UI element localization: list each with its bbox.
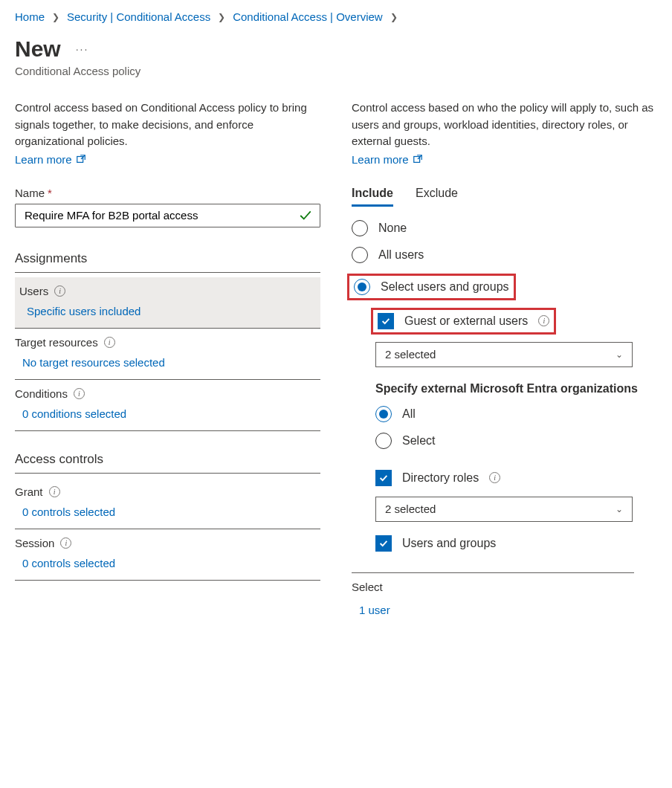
specify-orgs-heading: Specify external Microsoft Entra organiz…: [375, 381, 657, 397]
info-icon[interactable]: i: [60, 537, 71, 549]
checkbox-icon-checked: [375, 535, 392, 552]
page-header: New ···: [15, 36, 657, 62]
target-link[interactable]: No target resources selected: [15, 356, 165, 369]
learn-more-label: Learn more: [15, 153, 72, 166]
radio-all-users[interactable]: All users: [352, 247, 657, 263]
info-icon[interactable]: i: [49, 486, 60, 497]
select-users-link[interactable]: 1 user: [352, 604, 390, 616]
info-icon[interactable]: i: [104, 337, 115, 348]
checkbox-guest-external[interactable]: Guest or external users i: [378, 313, 549, 329]
grant-label: Grant: [15, 485, 43, 498]
grant-item[interactable]: Grant i 0 controls selected: [15, 478, 320, 529]
info-icon[interactable]: i: [54, 285, 65, 297]
checkmark-valid-icon: [299, 209, 312, 222]
access-controls-heading: Access controls: [15, 452, 320, 474]
required-asterisk-icon: *: [48, 187, 52, 199]
conditions-label: Conditions: [15, 387, 68, 400]
radio-select-users-groups[interactable]: Select users and groups: [354, 279, 509, 295]
radio-icon: [352, 247, 368, 263]
target-label: Target resources: [15, 336, 98, 349]
right-intro-text: Control access based on who the policy w…: [352, 100, 657, 150]
guest-external-label: Guest or external users: [404, 314, 528, 328]
dropdown-value: 2 selected: [385, 348, 436, 361]
directory-roles-label: Directory roles: [402, 471, 479, 485]
radio-orgs-select[interactable]: Select: [375, 433, 657, 449]
radio-select-label: Select users and groups: [381, 280, 509, 294]
name-label-text: Name: [15, 187, 45, 199]
highlight-guest-external: Guest or external users i: [371, 308, 556, 335]
radio-orgs-select-label: Select: [402, 434, 435, 448]
select-section: Select 1 user: [352, 572, 634, 622]
breadcrumb-security[interactable]: Security | Conditional Access: [67, 10, 210, 23]
more-actions-button[interactable]: ···: [76, 43, 89, 55]
checkbox-icon-checked: [378, 313, 394, 329]
info-icon[interactable]: i: [489, 472, 500, 483]
name-input[interactable]: [23, 208, 294, 222]
grant-link[interactable]: 0 controls selected: [15, 506, 115, 518]
assignments-heading: Assignments: [15, 251, 320, 273]
assignments-conditions-item[interactable]: Conditions i 0 conditions selected: [15, 380, 320, 431]
chevron-right-icon: ❯: [218, 12, 225, 22]
checkbox-users-and-groups[interactable]: Users and groups: [375, 535, 657, 552]
radio-orgs-all[interactable]: All: [375, 406, 657, 422]
radio-icon: [375, 433, 392, 449]
radio-orgs-all-label: All: [402, 407, 416, 421]
name-input-wrapper: [15, 204, 320, 227]
assignments-users-item[interactable]: Users i Specific users included: [15, 277, 320, 329]
svg-rect-1: [413, 157, 419, 163]
breadcrumb-overview[interactable]: Conditional Access | Overview: [233, 10, 382, 23]
conditions-link[interactable]: 0 conditions selected: [15, 407, 126, 420]
highlight-select-users: Select users and groups: [347, 274, 516, 300]
breadcrumb: Home ❯ Security | Conditional Access ❯ C…: [15, 10, 657, 23]
radio-all-label: All users: [378, 248, 424, 262]
checkbox-icon-checked: [375, 470, 392, 486]
chevron-down-icon: ⌄: [616, 349, 623, 360]
name-field-label: Name *: [15, 187, 320, 199]
external-link-icon: [76, 154, 86, 164]
info-icon[interactable]: i: [74, 388, 85, 399]
chevron-down-icon: ⌄: [616, 504, 623, 514]
info-icon[interactable]: i: [538, 315, 549, 326]
radio-icon: [352, 220, 368, 236]
tab-exclude[interactable]: Exclude: [416, 187, 458, 207]
svg-rect-0: [77, 157, 83, 163]
users-label: Users: [19, 285, 48, 297]
radio-icon-checked: [354, 279, 370, 295]
checkbox-directory-roles[interactable]: Directory roles i: [375, 470, 657, 486]
learn-more-label: Learn more: [352, 153, 409, 166]
directory-roles-dropdown[interactable]: 2 selected ⌄: [375, 497, 633, 522]
guest-types-dropdown[interactable]: 2 selected ⌄: [375, 342, 633, 367]
radio-none-label: None: [378, 222, 407, 235]
include-exclude-tabs: Include Exclude: [352, 187, 657, 207]
dropdown-value: 2 selected: [385, 503, 436, 515]
users-link[interactable]: Specific users included: [19, 305, 140, 317]
external-link-icon: [413, 154, 423, 164]
page-subtitle: Conditional Access policy: [15, 65, 657, 77]
session-label: Session: [15, 537, 54, 549]
tab-include[interactable]: Include: [352, 187, 393, 207]
chevron-right-icon: ❯: [390, 12, 398, 22]
page-title: New: [15, 36, 61, 62]
radio-icon-checked: [375, 406, 392, 422]
breadcrumb-home[interactable]: Home: [15, 10, 45, 23]
left-intro-text: Control access based on Conditional Acce…: [15, 100, 320, 150]
learn-more-link[interactable]: Learn more: [15, 153, 86, 166]
select-title: Select: [352, 581, 634, 593]
left-column: Control access based on Conditional Acce…: [15, 100, 320, 622]
session-link[interactable]: 0 controls selected: [15, 557, 115, 569]
learn-more-link-right[interactable]: Learn more: [352, 153, 423, 166]
users-groups-label: Users and groups: [402, 537, 496, 550]
right-column: Control access based on who the policy w…: [352, 100, 657, 622]
session-item[interactable]: Session i 0 controls selected: [15, 529, 320, 581]
radio-none[interactable]: None: [352, 220, 657, 236]
assignments-target-item[interactable]: Target resources i No target resources s…: [15, 329, 320, 380]
chevron-right-icon: ❯: [52, 12, 59, 22]
